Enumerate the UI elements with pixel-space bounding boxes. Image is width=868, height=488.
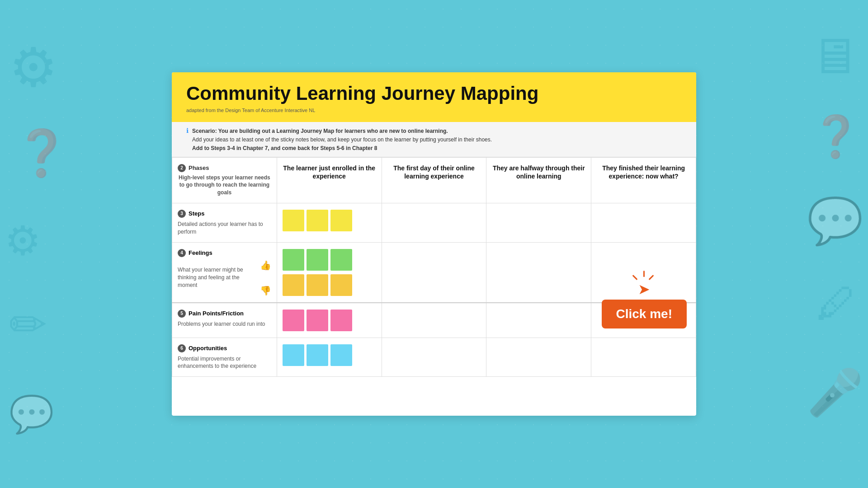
- phase-2-header: The first day of their online learning e…: [382, 157, 486, 203]
- sticky-note[interactable]: [307, 274, 328, 296]
- feelings-description: What your learner might be thinking and …: [178, 266, 260, 289]
- journey-table: 2 Phases High-level steps your learner n…: [172, 157, 696, 377]
- opp-phase1-cell: [277, 338, 382, 377]
- feelings-label: Feelings: [189, 249, 212, 256]
- phases-number: 2: [178, 164, 186, 172]
- steps-number: 3: [178, 210, 186, 218]
- page-title: Community Learning Journey Mapping: [186, 83, 682, 104]
- opp-stickies: [283, 344, 376, 366]
- opportunities-label: Opportunities: [189, 345, 227, 352]
- feelings-green-stickies: [283, 249, 376, 271]
- steps-row: 3 Steps Detailed actions your learner ha…: [172, 203, 696, 242]
- phases-description: High-level steps your learner needs to g…: [178, 174, 271, 197]
- sticky-note[interactable]: [283, 344, 304, 366]
- sticky-note[interactable]: [330, 210, 352, 231]
- thumbs-up-icon: 👍: [260, 260, 271, 271]
- feelings-yellow-stickies: [283, 274, 376, 296]
- pain-stickies: [283, 310, 376, 331]
- phase-3-header: They are halfway through their online le…: [486, 157, 591, 203]
- sticky-note[interactable]: [330, 249, 352, 271]
- info-icon: ℹ: [186, 127, 189, 134]
- sticky-note[interactable]: [283, 310, 304, 331]
- click-me-container: ➤ Click me!: [602, 271, 687, 328]
- feelings-inner: [283, 249, 376, 296]
- phases-label: Phases: [189, 164, 209, 172]
- pain-phase4-cell: ➤ Click me!: [591, 303, 696, 338]
- scenario-bar: ℹ Scenario: You are building out a Learn…: [172, 122, 696, 157]
- main-card: Community Learning Journey Mapping adapt…: [172, 72, 696, 416]
- phase-1-header: The learner just enrolled in the experie…: [277, 157, 382, 203]
- sticky-note[interactable]: [307, 210, 328, 231]
- opp-phase2-cell: [382, 338, 486, 377]
- steps-stickies-1: [283, 210, 376, 231]
- pain-phase3-cell: [486, 303, 591, 338]
- sticky-note[interactable]: [330, 310, 352, 331]
- feelings-phase1-cell: [277, 242, 382, 303]
- cursor-container: ➤: [626, 271, 662, 298]
- sticky-note[interactable]: [330, 274, 352, 296]
- steps-label-cell: 3 Steps Detailed actions your learner ha…: [172, 203, 277, 242]
- thumbs-wrapper: What your learner might be thinking and …: [178, 260, 271, 296]
- opportunities-row: 6 Opportunities Potential improvements o…: [172, 338, 696, 377]
- steps-phase3-cell: [486, 203, 591, 242]
- steps-label: Steps: [189, 210, 204, 217]
- header: Community Learning Journey Mapping adapt…: [172, 72, 696, 122]
- feelings-phase2-cell: [382, 242, 486, 303]
- steps-description: Detailed actions your learner has to per…: [178, 221, 271, 236]
- opportunities-number: 6: [178, 344, 186, 352]
- sticky-note[interactable]: [283, 210, 304, 231]
- pain-phase2-cell: [382, 303, 486, 338]
- header-subtitle: adapted from the Design Team of Accentur…: [186, 108, 682, 113]
- sticky-note[interactable]: [307, 310, 328, 331]
- thumbs-down-icon: 👎: [260, 285, 271, 296]
- phase-4-header: They finished their learning experience:…: [591, 157, 696, 203]
- click-me-button[interactable]: Click me!: [602, 300, 687, 328]
- feelings-label-cell: 4 Feelings What your learner might be th…: [172, 242, 277, 303]
- ray-top-left: [632, 275, 637, 280]
- opp-phase4-cell: [591, 338, 696, 377]
- pain-points-description: Problems your learner could run into: [178, 320, 271, 328]
- steps-phase2-cell: [382, 203, 486, 242]
- pain-points-label: Pain Points/Friction: [189, 310, 244, 317]
- feelings-number: 4: [178, 249, 186, 257]
- sticky-note[interactable]: [283, 274, 304, 296]
- sticky-note[interactable]: [283, 249, 304, 271]
- ray-top: [643, 271, 645, 277]
- pain-points-row: 5 Pain Points/Friction Problems your lea…: [172, 303, 696, 338]
- scenario-text: Scenario: You are building out a Learnin…: [192, 127, 492, 152]
- steps-phase1-cell: [277, 203, 382, 242]
- cursor-icon: ➤: [638, 281, 650, 298]
- pain-points-number: 5: [178, 310, 186, 318]
- phases-header-cell: 2 Phases High-level steps your learner n…: [172, 157, 277, 203]
- sticky-note[interactable]: [330, 344, 352, 366]
- feelings-phase3-cell: [486, 242, 591, 303]
- steps-phase4-cell: [591, 203, 696, 242]
- opp-phase3-cell: [486, 338, 591, 377]
- pain-phase1-cell: [277, 303, 382, 338]
- sticky-note[interactable]: [307, 344, 328, 366]
- ray-top-right: [648, 275, 654, 280]
- pain-points-label-cell: 5 Pain Points/Friction Problems your lea…: [172, 303, 277, 338]
- opportunities-label-cell: 6 Opportunities Potential improvements o…: [172, 338, 277, 377]
- sticky-note[interactable]: [307, 249, 328, 271]
- opportunities-description: Potential improvements or enhancements t…: [178, 355, 271, 371]
